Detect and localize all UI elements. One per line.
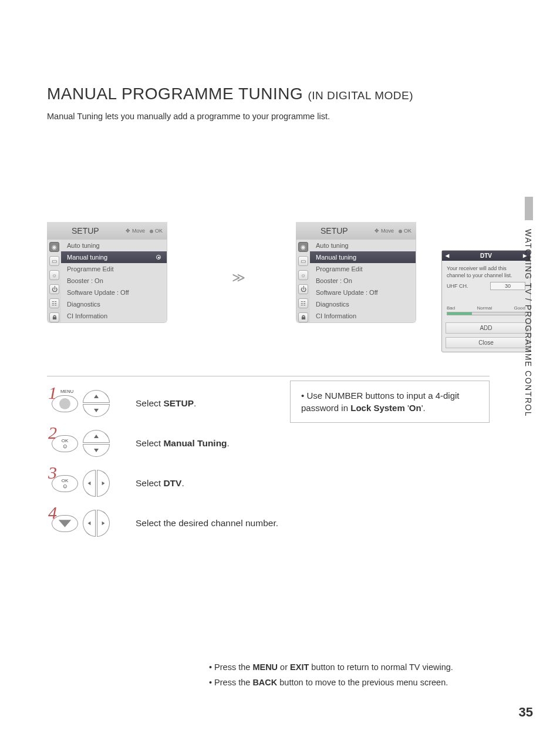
step-row: 3 OK Select DTV. xyxy=(47,463,518,503)
remote-dpad-updown-icon xyxy=(83,430,110,457)
remote-dpad-leftright-icon xyxy=(83,510,110,537)
dtv-text: channel to your channel list. xyxy=(447,272,525,278)
note-box: • Use NUMBER buttons to input a 4-digit … xyxy=(290,381,490,423)
menu-title-text: SETUP xyxy=(72,226,99,235)
uhf-label: UHF CH. xyxy=(447,283,468,289)
audio-icon: ☼ xyxy=(49,270,59,280)
step-row: 4 Select the desired channel number. xyxy=(47,503,518,543)
menu-item[interactable]: Auto tuning xyxy=(310,240,416,251)
antenna-icon: ◉ xyxy=(298,242,308,252)
menu-item[interactable]: Booster : On xyxy=(61,275,167,287)
menu-header: SETUP MoveOK xyxy=(296,222,416,240)
menu-item-selected[interactable]: Manual tuning xyxy=(61,251,167,263)
close-button[interactable]: Close xyxy=(446,337,527,348)
remote-dpad-leftright-icon xyxy=(83,470,110,497)
menu-item[interactable]: Diagnostics xyxy=(61,298,167,310)
option-icon: ☷ xyxy=(298,298,308,308)
menu-button-label: MENU xyxy=(60,389,73,394)
osd-hint: MoveOK xyxy=(126,228,163,234)
remote-dpad-updown-icon xyxy=(83,390,110,417)
step-number: 3 xyxy=(48,463,56,483)
osd-hint: MoveOK xyxy=(375,228,411,234)
menu-item[interactable]: Programme Edit xyxy=(310,263,416,275)
menu-item[interactable]: Programme Edit xyxy=(61,263,167,275)
picture-icon: ▭ xyxy=(298,256,308,266)
transition-arrow-icon: ≫ xyxy=(232,270,245,285)
step-text: Select the desired channel number. xyxy=(136,518,278,529)
section-label: WATCHING TV / PROGRAMME CONTROL xyxy=(524,229,533,417)
menu-item[interactable]: Auto tuning xyxy=(61,240,167,251)
time-icon: ⏻ xyxy=(298,284,308,294)
dtv-text: Your receiver will add this xyxy=(447,265,525,271)
menu-item[interactable]: Software Update : Off xyxy=(61,287,167,298)
step-text: Select SETUP. xyxy=(136,398,196,409)
signal-bar xyxy=(447,312,525,315)
signal-labels: BadNormalGood xyxy=(447,305,525,311)
antenna-icon: ◉ xyxy=(49,242,59,252)
footnote: • Press the BACK button to move to the p… xyxy=(209,678,453,687)
step-text: Select Manual Tuning. xyxy=(136,438,230,449)
step-number: 1 xyxy=(48,383,56,403)
title-sub: (IN DIGITAL MODE) xyxy=(308,89,413,102)
page-number: 35 xyxy=(519,705,533,720)
intro-text: Manual Tuning lets you manually add a pr… xyxy=(47,112,518,121)
menu-item[interactable]: CI Information xyxy=(310,310,416,322)
lock-icon: 🔒︎ xyxy=(49,312,59,322)
arrow-left-icon[interactable]: ◀ xyxy=(446,253,449,258)
step-number: 2 xyxy=(48,423,56,443)
menu-item[interactable]: Software Update : Off xyxy=(310,287,416,298)
step-row: 2 OK Select Manual Tuning. xyxy=(47,423,518,463)
menu-list: Auto tuning Manual tuning Programme Edit… xyxy=(310,240,416,322)
menu-header: SETUP MoveOK xyxy=(47,222,167,240)
option-icon: ☷ xyxy=(49,298,59,308)
side-tab xyxy=(525,197,533,220)
lock-icon: 🔒︎ xyxy=(298,312,308,322)
add-button[interactable]: ADD xyxy=(446,322,527,334)
footnote: • Press the MENU or EXIT button to retur… xyxy=(209,662,453,672)
page-title: MANUAL PROGRAMME TUNING (IN DIGITAL MODE… xyxy=(47,85,518,103)
osd-screenshots: ◷ SETUP MoveOK ◉ ▭ ☼ ⏻ ☷ 🔒︎ xyxy=(47,222,518,357)
uhf-channel-input[interactable]: 30 xyxy=(490,282,525,290)
step-text: Select DTV. xyxy=(136,478,184,489)
menu-list: Auto tuning Manual tuning Programme Edit… xyxy=(61,240,167,322)
divider xyxy=(47,376,490,376)
title-main: MANUAL PROGRAMME TUNING xyxy=(47,85,308,103)
menu-category-icons: ◉ ▭ ☼ ⏻ ☷ 🔒︎ xyxy=(48,240,61,322)
dtv-title: DTV xyxy=(480,253,492,259)
menu-item[interactable]: Booster : On xyxy=(310,275,416,287)
radio-dot-icon xyxy=(156,255,161,260)
step-number: 4 xyxy=(48,503,56,523)
picture-icon: ▭ xyxy=(49,256,59,266)
dtv-popup: ◀ DTV ▶ Your receiver will add this chan… xyxy=(441,250,531,352)
menu-item[interactable]: Diagnostics xyxy=(310,298,416,310)
menu-item-selected[interactable]: Manual tuning xyxy=(310,251,416,263)
menu-category-icons: ◉ ▭ ☼ ⏻ ☷ 🔒︎ xyxy=(296,240,310,322)
osd-panel-left: ◷ SETUP MoveOK ◉ ▭ ☼ ⏻ ☷ 🔒︎ xyxy=(47,222,167,323)
dtv-header[interactable]: ◀ DTV ▶ xyxy=(442,251,530,261)
time-icon: ⏻ xyxy=(49,284,59,294)
menu-item[interactable]: CI Information xyxy=(61,310,167,322)
audio-icon: ☼ xyxy=(298,270,308,280)
osd-panel-right: ◷ SETUP MoveOK ◉ ▭ ☼ ⏻ ☷ 🔒︎ xyxy=(296,222,416,323)
footnotes: • Press the MENU or EXIT button to retur… xyxy=(209,657,453,693)
menu-title-text: SETUP xyxy=(321,226,348,235)
